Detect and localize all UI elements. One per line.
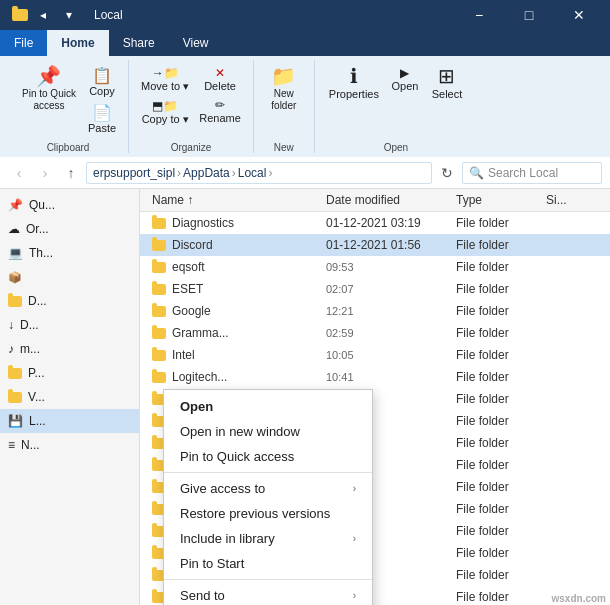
file-size	[542, 463, 602, 467]
title-bar-left: ◂ ▾ Local	[8, 4, 123, 26]
file-list-header: Name ↑ Date modified Type Si...	[140, 189, 610, 212]
rename-button[interactable]: ✏ Rename	[195, 96, 245, 126]
file-name: ESET	[172, 282, 203, 296]
file-type: File folder	[452, 236, 542, 254]
folder-icon	[152, 372, 166, 383]
search-placeholder: Search Local	[488, 166, 558, 180]
new-folder-button[interactable]: 📁 Newfolder	[262, 64, 306, 114]
properties-icon: ℹ	[350, 66, 358, 86]
up-button[interactable]: ↑	[60, 162, 82, 184]
address-path[interactable]: erpsupport_sipl › AppData › Local ›	[86, 162, 432, 184]
context-menu: Open Open in new window Pin to Quick acc…	[163, 389, 373, 605]
file-name: Gramma...	[172, 326, 229, 340]
path-item-1: erpsupport_sipl	[93, 166, 175, 180]
delete-ribbon-button[interactable]: ✕ Delete	[195, 64, 245, 94]
ctx-open-window[interactable]: Open in new window	[164, 419, 372, 444]
file-row-logitech[interactable]: Logitech... 10:41 File folder	[140, 366, 610, 388]
col-header-name[interactable]: Name ↑	[148, 191, 322, 209]
file-date: 10:05	[322, 347, 452, 363]
folder-icon	[152, 306, 166, 317]
file-size	[542, 331, 602, 335]
file-row-google[interactable]: Google 12:21 File folder	[140, 300, 610, 322]
ctx-open[interactable]: Open	[164, 394, 372, 419]
open-ribbon-icon: ▶	[400, 66, 409, 80]
sidebar-item-network[interactable]: ≡ N...	[0, 433, 139, 457]
copy-button[interactable]: 📋 Copy	[84, 64, 120, 99]
sidebar-3dobjects-icon: 📦	[8, 271, 22, 284]
qat-redo[interactable]: ▾	[58, 4, 80, 26]
file-type: File folder	[452, 412, 542, 430]
sidebar: 📌 Qu... ☁ Or... 💻 Th... 📦 D... ↓ D...	[0, 189, 140, 605]
sidebar-item-onedrive[interactable]: ☁ Or...	[0, 217, 139, 241]
main-container: 📌 Qu... ☁ Or... 💻 Th... 📦 D... ↓ D...	[0, 189, 610, 605]
qat-undo[interactable]: ◂	[32, 4, 54, 26]
ctx-give-access[interactable]: Give access to ›	[164, 476, 372, 501]
window-controls: − □ ✕	[456, 0, 602, 30]
file-type: File folder	[452, 280, 542, 298]
ribbon-tabs: File Home Share View	[0, 30, 610, 56]
file-row-gramma[interactable]: Gramma... 02:59 File folder	[140, 322, 610, 344]
sidebar-item-pictures[interactable]: P...	[0, 361, 139, 385]
paste-button[interactable]: 📄 Paste	[84, 101, 120, 136]
open-ribbon-button[interactable]: ▶ Open	[387, 64, 423, 94]
file-size	[542, 287, 602, 291]
sidebar-desktop-folder-icon	[8, 296, 22, 307]
maximize-button[interactable]: □	[506, 0, 552, 30]
new-folder-icon: 📁	[271, 66, 296, 86]
ctx-send-to[interactable]: Send to ›	[164, 583, 372, 605]
ctx-open-label: Open	[180, 399, 213, 414]
file-date: 01-12-2021 01:56	[322, 236, 452, 254]
ctx-pin-start-label: Pin to Start	[180, 556, 244, 571]
sidebar-network-icon: ≡	[8, 438, 15, 452]
sidebar-thispc-label: Th...	[29, 246, 53, 260]
close-button[interactable]: ✕	[556, 0, 602, 30]
ctx-include-lib[interactable]: Include in library ›	[164, 526, 372, 551]
file-row-eset[interactable]: ESET 02:07 File folder	[140, 278, 610, 300]
ctx-restore-prev[interactable]: Restore previous versions	[164, 501, 372, 526]
select-button[interactable]: ⊞ Select	[425, 64, 469, 102]
sidebar-item-quickaccess[interactable]: 📌 Qu...	[0, 193, 139, 217]
move-to-button[interactable]: →📁 Move to ▾	[137, 64, 193, 95]
sidebar-item-videos[interactable]: V...	[0, 385, 139, 409]
file-name: Diagnostics	[172, 216, 234, 230]
tab-home[interactable]: Home	[47, 30, 108, 56]
refresh-button[interactable]: ↻	[436, 162, 458, 184]
new-label: New	[274, 142, 294, 153]
minimize-button[interactable]: −	[456, 0, 502, 30]
file-row-diagnostics[interactable]: Diagnostics 01-12-2021 03:19 File folder	[140, 212, 610, 234]
tab-view[interactable]: View	[169, 30, 223, 56]
file-type: File folder	[452, 566, 542, 584]
search-box[interactable]: 🔍 Search Local	[462, 162, 602, 184]
pin-to-quick-access-button[interactable]: 📌 Pin to Quickaccess	[16, 64, 82, 114]
sidebar-item-3dobjects[interactable]: 📦	[0, 265, 139, 289]
delete-ribbon-icon: ✕	[215, 66, 225, 80]
sidebar-item-thispc[interactable]: 💻 Th...	[0, 241, 139, 265]
sidebar-item-desktop[interactable]: D...	[0, 289, 139, 313]
back-button[interactable]: ‹	[8, 162, 30, 184]
file-size	[542, 221, 602, 225]
folder-icon	[152, 218, 166, 229]
tab-file[interactable]: File	[0, 30, 47, 56]
file-row-intel[interactable]: Intel 10:05 File folder	[140, 344, 610, 366]
sidebar-item-music[interactable]: ♪ m...	[0, 337, 139, 361]
col-header-type[interactable]: Type	[452, 191, 542, 209]
sidebar-downloads-label: D...	[20, 318, 39, 332]
col-header-date[interactable]: Date modified	[322, 191, 452, 209]
forward-button[interactable]: ›	[34, 162, 56, 184]
tab-share[interactable]: Share	[109, 30, 169, 56]
copy-to-button[interactable]: ⬒📁 Copy to ▾	[137, 97, 193, 128]
sidebar-item-downloads[interactable]: ↓ D...	[0, 313, 139, 337]
file-name: Google	[172, 304, 211, 318]
ctx-pin-quick[interactable]: Pin to Quick access	[164, 444, 372, 469]
pin-icon: 📌	[36, 66, 61, 86]
col-header-size[interactable]: Si...	[542, 191, 602, 209]
properties-button[interactable]: ℹ Properties	[323, 64, 385, 102]
watermark: wsxdn.com	[552, 593, 606, 604]
search-icon: 🔍	[469, 166, 484, 180]
ctx-pin-start[interactable]: Pin to Start	[164, 551, 372, 576]
sidebar-item-local[interactable]: 💾 L...	[0, 409, 139, 433]
file-row-discord[interactable]: Discord 01-12-2021 01:56 File folder	[140, 234, 610, 256]
sidebar-videos-label: V...	[28, 390, 45, 404]
window-title: Local	[94, 8, 123, 22]
file-row-eqsoft[interactable]: eqsoft 09:53 File folder	[140, 256, 610, 278]
